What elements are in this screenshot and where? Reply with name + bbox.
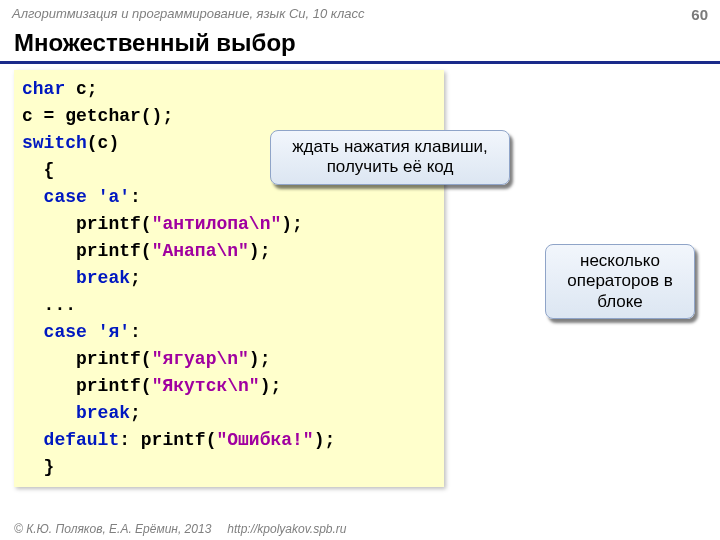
code-text: (c) [87,133,119,153]
code-text: printf( [22,214,152,234]
code-text: ); [260,376,282,396]
subject-line: Алгоритмизация и программирование, язык … [12,6,365,23]
code-keyword: case [22,322,98,342]
code-text: printf( [22,241,152,261]
page-title: Множественный выбор [0,25,720,64]
code-text: ); [281,214,303,234]
page-number: 60 [691,6,708,23]
callout-wait-key: ждать нажатия клавиши, получить её код [270,130,510,185]
code-text: { [22,160,54,180]
footer-copyright: © К.Ю. Поляков, Е.А. Ерёмин, 2013 [14,522,211,536]
footer: © К.Ю. Поляков, Е.А. Ерёмин, 2013 http:/… [0,522,720,536]
code-keyword: break [22,403,130,423]
code-text: c = getchar(); [22,106,173,126]
code-text: ); [249,349,271,369]
footer-url: http://kpolyakov.spb.ru [227,522,346,536]
code-text: ); [249,241,271,261]
content-area: char c; c = getchar(); switch(c) { case … [0,64,720,487]
code-string: "антилопа\n" [152,214,282,234]
code-text: : [130,322,141,342]
code-keyword: case [22,187,98,207]
callout-multi-ops: несколько операторов в блоке [545,244,695,319]
code-string: "Ошибка!" [216,430,313,450]
code-keyword: break [22,268,130,288]
code-keyword: switch [22,133,87,153]
code-text: ); [314,430,336,450]
code-text: ; [130,403,141,423]
code-text: : printf( [119,430,216,450]
code-keyword: default [22,430,119,450]
code-text: ... [22,295,76,315]
code-text: c; [65,79,97,99]
code-char: 'а' [98,187,130,207]
code-text: } [22,457,54,477]
code-text: printf( [22,349,152,369]
code-text: ; [130,268,141,288]
code-string: "Якутск\n" [152,376,260,396]
code-text: : [130,187,141,207]
code-string: "ягуар\n" [152,349,249,369]
header-bar: Алгоритмизация и программирование, язык … [0,0,720,25]
code-keyword: char [22,79,65,99]
code-string: "Анапа\n" [152,241,249,261]
code-text: printf( [22,376,152,396]
code-char: 'я' [98,322,130,342]
